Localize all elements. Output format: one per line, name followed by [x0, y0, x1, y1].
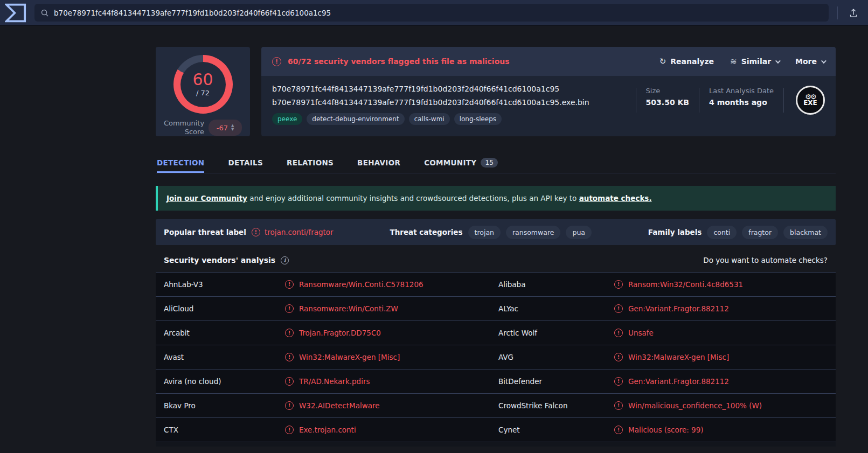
detection-score-value: 60 — [192, 72, 213, 88]
tab-label: COMMUNITY — [424, 158, 476, 167]
tab-behavior[interactable]: BEHAVIOR — [357, 152, 400, 173]
detection-result-text: Exe.trojan.conti — [299, 426, 356, 434]
family-label-pill[interactable]: fragtor — [742, 226, 778, 239]
vendor-name: AliCloud — [164, 304, 285, 313]
community-score-label: Community Score — [164, 119, 204, 136]
file-name[interactable]: b70e78971fc44f8413447139afe777f19fd1b0d2… — [272, 98, 589, 107]
tab-relations[interactable]: RELATIONS — [287, 152, 334, 173]
threat-category-pill[interactable]: ransomware — [506, 226, 561, 239]
alert-icon: ! — [285, 426, 294, 434]
detection-result: !Win32:MalwareX-gen [Misc] — [285, 353, 498, 361]
vendor-name: AhnLab-V3 — [164, 280, 285, 289]
community-score-control[interactable]: -67 ▲ ▼ — [209, 120, 242, 136]
detection-result: !Gen:Variant.Fragtor.882112 — [614, 304, 828, 313]
detection-score-donut: 60 / 72 — [173, 55, 233, 114]
threat-category-pill[interactable]: pua — [566, 226, 592, 239]
community-banner: Join our Community and enjoy additional … — [156, 186, 836, 211]
vendors-analysis-header: Security vendors' analysis i Do you want… — [156, 248, 836, 272]
detection-result-text: Win/malicious_confidence_100% (W) — [628, 401, 762, 410]
alert-icon: ! — [285, 280, 294, 289]
alert-icon: ! — [614, 377, 623, 386]
automate-checks-prompt[interactable]: Do you want to automate checks? — [703, 256, 828, 264]
meta-divider — [699, 88, 699, 113]
detection-score-total: / 72 — [196, 89, 210, 97]
alert-icon: ! — [285, 304, 294, 313]
alert-icon: ! — [614, 304, 623, 313]
threat-category-pill[interactable]: trojan — [468, 226, 501, 239]
vendor-name: CTX — [164, 426, 285, 434]
detection-result-text: W32.AIDetectMalware — [299, 401, 380, 410]
upload-icon[interactable] — [846, 6, 860, 20]
vote-stepper[interactable]: ▲ ▼ — [231, 124, 234, 131]
detection-result: !TR/AD.Nekark.pdirs — [285, 377, 498, 386]
family-label-pills: contifragtorblackmat — [707, 226, 828, 239]
vendor-name: Bkav Pro — [164, 401, 285, 410]
tab-label: RELATIONS — [287, 158, 334, 167]
vendor-name: ALYac — [498, 304, 614, 313]
vote-down-icon[interactable]: ▼ — [231, 128, 234, 131]
popular-threat-label-title: Popular threat label — [164, 228, 246, 236]
automate-checks-link[interactable]: automate checks. — [579, 194, 652, 203]
alert-icon: ! — [285, 401, 294, 410]
file-tag[interactable]: peexe — [272, 113, 302, 125]
detection-result-text: Win32:MalwareX-gen [Misc] — [299, 353, 400, 361]
detection-result-text: Ransomware:Win/Conti.ZW — [299, 304, 398, 313]
file-info-section: b70e78971fc44f8413447139afe777f19fd1b0d2… — [261, 76, 836, 136]
vendor-name: Arctic Wolf — [498, 329, 614, 337]
vendor-name: Arcabit — [164, 329, 285, 337]
file-tag[interactable]: calls-wmi — [409, 113, 450, 125]
last-analysis-value: 4 months ago — [709, 98, 774, 107]
detection-result-text: Ransomware/Win.Conti.C5781206 — [299, 280, 423, 289]
report-content: 60 / 72 Community Score -67 ▲ ▼ — [156, 47, 836, 447]
alert-icon: ! — [272, 57, 281, 66]
meta-divider — [636, 88, 636, 113]
alert-icon: ! — [614, 353, 623, 361]
last-analysis-block: Last Analysis Date 4 months ago — [709, 87, 774, 107]
file-hash[interactable]: b70e78971fc44f8413447139afe777f19fd1b0d2… — [272, 85, 589, 93]
tab-label: BEHAVIOR — [357, 158, 400, 167]
vendor-name: AVG — [498, 353, 614, 361]
family-label-pill[interactable]: blackmat — [783, 226, 828, 239]
tab-details[interactable]: DETAILS — [228, 152, 263, 173]
virustotal-logo[interactable] — [4, 3, 27, 23]
popular-threat-label-value[interactable]: trojan.conti/fragtor — [265, 228, 334, 236]
join-community-link[interactable]: Join our Community — [166, 194, 247, 203]
reanalyze-button[interactable]: ↻ Reanalyze — [659, 57, 714, 66]
topbar-divider — [837, 6, 838, 19]
file-tag[interactable]: detect-debug-environment — [307, 113, 404, 125]
detection-result: !Gen:Variant.Fragtor.882112 — [614, 377, 828, 386]
vendors-analysis-table: AhnLab-V3!Ransomware/Win.Conti.C5781206A… — [156, 272, 836, 442]
tab-community[interactable]: COMMUNITY15 — [424, 152, 498, 173]
detection-result: !W32.AIDetectMalware — [285, 401, 498, 410]
search-input[interactable] — [54, 9, 822, 17]
alert-icon: ! — [285, 329, 294, 337]
tab-label: DETECTION — [157, 158, 204, 167]
family-label-pill[interactable]: conti — [707, 226, 737, 239]
file-summary-card: ! 60/72 security vendors flagged this fi… — [261, 47, 836, 136]
banner-text: and enjoy additional community insights … — [247, 194, 579, 203]
file-tag[interactable]: long-sleeps — [454, 113, 502, 125]
tab-detection[interactable]: DETECTION — [157, 152, 204, 173]
next-row-partial — [156, 442, 836, 447]
vendor-analysis-row: Avira (no cloud)!TR/AD.Nekark.pdirsBitDe… — [156, 370, 836, 394]
more-button[interactable]: More — [795, 57, 825, 66]
search-bar[interactable] — [34, 4, 829, 22]
search-icon — [41, 9, 48, 17]
detection-result: !Unsafe — [614, 329, 828, 337]
family-labels-title: Family labels — [648, 228, 702, 236]
vendor-name: Alibaba — [498, 280, 614, 289]
vendor-name: Cynet — [498, 426, 614, 434]
vendor-name: Avast — [164, 353, 285, 361]
detection-result-text: Gen:Variant.Fragtor.882112 — [628, 304, 729, 313]
similar-button[interactable]: ≋ Similar — [730, 57, 779, 66]
community-score-value: -67 — [217, 124, 228, 132]
tab-label: DETAILS — [228, 158, 263, 167]
similar-icon: ≋ — [730, 57, 737, 66]
detection-result: !Ransom:Win32/Conti.4c8d6531 — [614, 280, 828, 289]
info-icon[interactable]: i — [281, 256, 289, 264]
threat-label-card: Popular threat label ! trojan.conti/frag… — [156, 219, 836, 245]
alert-icon: ! — [614, 426, 623, 434]
alert-icon: ! — [285, 353, 294, 361]
file-size-value: 503.50 KB — [646, 98, 689, 107]
alert-icon: ! — [614, 329, 623, 337]
